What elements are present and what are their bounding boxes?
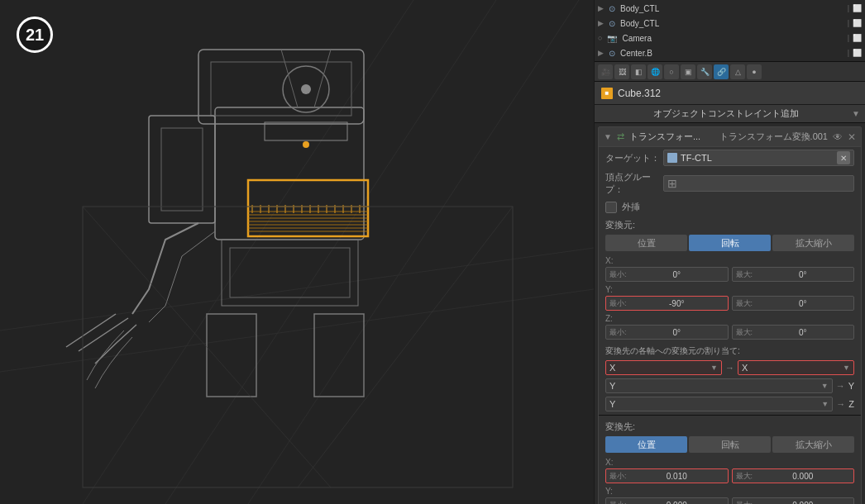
render-icon-3: ⬜ bbox=[853, 34, 862, 42]
map-y-row: Y ▼ → Y bbox=[599, 377, 861, 395]
map-x-target-arrow: ▼ bbox=[843, 364, 850, 372]
map-y2-row: Y ▼ → Z bbox=[599, 395, 861, 413]
clear-target-button[interactable]: ✕ bbox=[837, 151, 850, 164]
map-x-row: X ▼ → X ▼ bbox=[599, 359, 861, 377]
svg-point-10 bbox=[301, 84, 311, 94]
dest-x-max-label: 最大: bbox=[736, 471, 754, 482]
constraint-name: トランスフォー... bbox=[629, 131, 714, 143]
map-x-source-arrow: ▼ bbox=[710, 364, 718, 372]
z-min-field[interactable]: 最小: 0° bbox=[605, 325, 729, 340]
constraint-visibility-toggle[interactable]: 👁 bbox=[833, 131, 843, 143]
z-min-label: 最小: bbox=[609, 327, 628, 338]
cube-symbol: ■ bbox=[605, 89, 609, 97]
map-x-target-dropdown[interactable]: X ▼ bbox=[738, 360, 854, 375]
visibility-icon: | bbox=[848, 4, 849, 12]
target-x-btn[interactable]: ✕ bbox=[837, 151, 850, 164]
world-icon[interactable]: ○ bbox=[664, 64, 679, 79]
map-y-source-value: Y bbox=[609, 381, 615, 391]
dest-tabs: 位置 回転 拡大縮小 bbox=[599, 435, 861, 454]
extrapolate-checkbox[interactable] bbox=[605, 202, 617, 213]
item-label-2: Body_CTL bbox=[620, 19, 659, 28]
z-axis-label: Z: bbox=[605, 314, 854, 323]
visibility-icon-2: | bbox=[848, 19, 849, 27]
map-y2-source-value: Y bbox=[609, 399, 615, 409]
x-axis-label: X: bbox=[605, 256, 854, 265]
item-label: Body_CTL bbox=[620, 4, 659, 13]
divider-1 bbox=[599, 415, 861, 416]
tab-source-scale[interactable]: 拡大縮小 bbox=[772, 235, 854, 251]
y-min-value: -90° bbox=[629, 299, 724, 308]
target-field[interactable]: TF-CTL ✕ bbox=[663, 150, 854, 166]
modifier-icon[interactable]: 🔧 bbox=[697, 64, 712, 79]
z-max-field[interactable]: 最大: 0° bbox=[732, 325, 855, 340]
render-props-icon[interactable]: 🎥 bbox=[598, 64, 613, 79]
svg-rect-0 bbox=[0, 0, 594, 504]
output-props-icon[interactable]: 🖼 bbox=[614, 64, 629, 79]
z-min-max-row: 最小: 0° 最大: 0° bbox=[605, 325, 854, 340]
x-min-field[interactable]: 最小: 0° bbox=[605, 267, 729, 282]
data-icon[interactable]: △ bbox=[730, 64, 745, 79]
object-icon[interactable]: ▣ bbox=[681, 64, 695, 79]
camera-icon: 📷 bbox=[607, 34, 617, 43]
x-max-field[interactable]: 最大: 0° bbox=[732, 267, 855, 282]
tab-source-rotation[interactable]: 回転 bbox=[689, 235, 771, 251]
mapping-section: 変換先の各軸への変換元の割り当て: bbox=[599, 343, 861, 359]
expand-icon-3: ○ bbox=[598, 34, 602, 42]
map-y2-arrow: → bbox=[836, 399, 845, 409]
body-icon-2: ⊙ bbox=[609, 19, 615, 28]
extrapolate-row: 外挿 bbox=[599, 198, 861, 216]
dest-x-min-field[interactable]: 最小: 0.010 bbox=[605, 468, 729, 483]
outliner-item-camera: ○ 📷 Camera | ⬜ bbox=[598, 31, 862, 45]
map-x-source-value: X bbox=[609, 363, 615, 373]
outliner-item-center: ▶ ⊙ Center.B | ⬜ bbox=[598, 45, 862, 60]
dest-y-max-value: 0.000 bbox=[756, 501, 851, 505]
mapping-label: 変換先の各軸への変換元の割り当て: bbox=[605, 346, 740, 355]
panel-content[interactable]: ▼ ⇄ トランスフォー... トランスフォーム変換.001 👁 ✕ ターゲット：… bbox=[595, 123, 865, 504]
dest-y-min-field[interactable]: 最小: 0.000 bbox=[605, 497, 729, 504]
map-x-source-dropdown[interactable]: X ▼ bbox=[605, 360, 722, 375]
expand-icon-4: ▶ bbox=[598, 49, 604, 57]
dest-x-max-value: 0.000 bbox=[756, 472, 851, 481]
viewport[interactable]: 21 bbox=[0, 0, 594, 504]
right-panel: ▶ ⊙ Body_CTL | ⬜ ▶ ⊙ Body_CTL | ⬜ ○ 📷 Ca… bbox=[594, 0, 865, 504]
dest-x-section: X: 最小: 0.010 最大: 0.000 bbox=[599, 456, 861, 485]
tab-dest-rotation[interactable]: 回転 bbox=[689, 436, 771, 453]
view-layer-icon[interactable]: ◧ bbox=[631, 64, 646, 79]
constraint-icon[interactable]: 🔗 bbox=[714, 64, 729, 79]
dest-label: 変換先: bbox=[605, 421, 635, 431]
dest-x-min-label: 最小: bbox=[609, 471, 628, 482]
dest-section-label: 変換先: bbox=[599, 417, 861, 435]
x-max-value: 0° bbox=[756, 270, 851, 279]
map-y-source-dropdown[interactable]: Y ▼ bbox=[605, 378, 833, 393]
add-constraint-header[interactable]: オブジェクトコンストレイント追加 ▼ bbox=[595, 105, 865, 123]
y-min-field[interactable]: 最小: -90° bbox=[605, 296, 729, 311]
constraint-expand-arrow[interactable]: ▼ bbox=[604, 132, 612, 141]
material-icon[interactable]: ● bbox=[747, 64, 762, 79]
map-x-arrow: → bbox=[725, 363, 734, 373]
visibility-icon-4: | bbox=[848, 49, 849, 57]
item-label-3: Camera bbox=[622, 34, 652, 43]
tab-source-position[interactable]: 位置 bbox=[605, 235, 687, 251]
extrapolate-label: 外挿 bbox=[622, 201, 640, 213]
scene-icon[interactable]: 🌐 bbox=[648, 64, 662, 79]
constraint-block: ▼ ⇄ トランスフォー... トランスフォーム変換.001 👁 ✕ ターゲット：… bbox=[598, 126, 862, 504]
dest-x-max-field[interactable]: 最大: 0.000 bbox=[732, 468, 855, 483]
x-axis-section: X: 最小: 0° 最大: 0° bbox=[599, 254, 861, 283]
render-icon-2: ⬜ bbox=[853, 19, 862, 27]
y-max-label: 最大: bbox=[736, 298, 754, 309]
tab-dest-position[interactable]: 位置 bbox=[605, 436, 687, 453]
props-toolbar: 🎥 🖼 ◧ 🌐 ○ ▣ 🔧 🔗 △ ● bbox=[595, 62, 865, 82]
map-x-target-value: X bbox=[742, 363, 748, 373]
y-min-label: 最小: bbox=[609, 298, 628, 309]
outliner-item-body-ctl-1: ▶ ⊙ Body_CTL | ⬜ bbox=[598, 1, 862, 16]
map-y2-source-arrow: ▼ bbox=[821, 400, 829, 408]
map-y2-source-dropdown[interactable]: Y ▼ bbox=[605, 397, 833, 411]
vertex-group-field[interactable]: ⊞ bbox=[663, 175, 854, 192]
tab-dest-scale[interactable]: 拡大縮小 bbox=[772, 436, 854, 453]
expand-icon: ▶ bbox=[598, 4, 604, 12]
constraint-delete-button[interactable]: ✕ bbox=[848, 131, 856, 143]
y-max-field[interactable]: 最大: 0° bbox=[732, 296, 855, 311]
dest-y-max-field[interactable]: 最大: 0.000 bbox=[732, 497, 855, 504]
dest-y-section: Y: 最小: 0.000 最大: 0.000 bbox=[599, 485, 861, 504]
constraint-type-icon: ⇄ bbox=[617, 131, 624, 142]
